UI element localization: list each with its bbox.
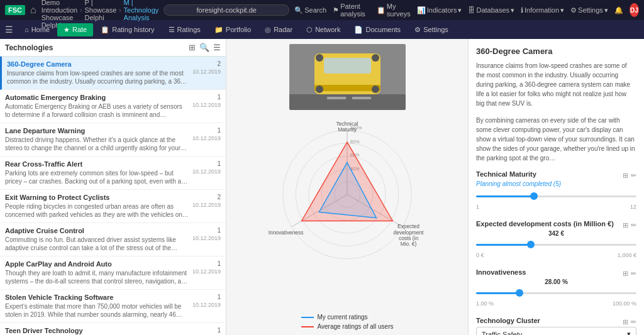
- legend-item-blue: My current ratings: [301, 314, 394, 321]
- svg-rect-1: [289, 94, 406, 110]
- tab-portfolio[interactable]: 📁 Portfolio: [208, 23, 257, 36]
- svg-point-8: [372, 85, 379, 93]
- breadcrumb-m[interactable]: M | Technology Analysis: [124, 0, 159, 21]
- edit-icon[interactable]: ✏: [631, 172, 636, 180]
- list-item[interactable]: Automatic Emergency Braking Automatic Em…: [0, 90, 226, 123]
- development-costs-section: Expected development costs (in Million €…: [476, 220, 636, 258]
- innov-fill: [476, 292, 519, 294]
- chevron-down-icon: ▾: [627, 330, 631, 335]
- innovativeness-label: Innovativeness: [476, 268, 526, 276]
- edit-icon-4[interactable]: ✏: [631, 318, 636, 326]
- edit-icon-2[interactable]: ✏: [631, 221, 636, 229]
- edit-icon-3[interactable]: ✏: [631, 270, 636, 278]
- grid-view-icon[interactable]: ⊞: [189, 43, 196, 52]
- indicators-action[interactable]: 📊 Indicators ▾: [417, 6, 462, 14]
- tech-item-desc: People riding bicycles in congested urba…: [5, 202, 189, 219]
- tech-item-name: Lane Departure Warning: [5, 127, 189, 135]
- tech-cluster-label: Technology Cluster: [476, 317, 540, 324]
- list-item[interactable]: Rear Cross-Traffic Alert Parking lots ar…: [0, 157, 226, 190]
- tab-rating-history[interactable]: 📋 Rating history: [94, 23, 160, 36]
- radar-svg: 100% 80% 60% 40% Technical Maturity I: [247, 110, 448, 273]
- hamburger-menu[interactable]: ☰: [5, 25, 13, 35]
- slider-thumb[interactable]: [530, 192, 538, 200]
- home-nav-icon[interactable]: ⌂: [30, 4, 36, 16]
- top-bar: FSC ⌂ W | FSC Demo Introduction Showcase…: [0, 0, 644, 20]
- dev-costs-fill: [476, 244, 531, 246]
- innov-min: 1.00 %: [476, 300, 494, 307]
- technical-maturity-slider[interactable]: [476, 190, 636, 202]
- table-icon-2[interactable]: ⊞: [623, 221, 628, 229]
- technical-maturity-label: Technical Maturity: [476, 170, 536, 178]
- dev-costs-thumb[interactable]: [527, 241, 535, 248]
- settings-action[interactable]: ⚙ Settings ▾: [570, 6, 608, 14]
- portfolio-icon: 📁: [214, 26, 223, 34]
- svg-text:80%: 80%: [350, 139, 360, 145]
- filter-icon[interactable]: ☰: [213, 43, 221, 52]
- avatar[interactable]: DJ: [630, 3, 639, 17]
- my-surveys-action[interactable]: 📋 My surveys: [377, 3, 411, 18]
- car-image: [289, 44, 406, 110]
- url-bar[interactable]: foresight-cockpit.de: [164, 4, 289, 16]
- list-item[interactable]: 360-Degree Camera Insurance claims from …: [0, 57, 226, 90]
- breadcrumb-p[interactable]: P | Showcase Delphi: [85, 0, 117, 21]
- tech-item-name: Automatic Emergency Braking: [5, 94, 189, 101]
- dev-costs-slider[interactable]: [476, 238, 636, 251]
- innovativeness-slider[interactable]: [476, 287, 636, 299]
- table-icon-4[interactable]: ⊞: [623, 318, 628, 326]
- technical-maturity-sublabel: Planning almost completed (5): [476, 180, 636, 187]
- list-item[interactable]: Stolen Vehicle Tracking Software Expert'…: [0, 290, 226, 323]
- tech-cluster-dropdown[interactable]: Traffic Safety ▾: [476, 327, 636, 335]
- patent-analysis-action[interactable]: ⚑ Patent analysis: [333, 3, 370, 18]
- tab-radar[interactable]: ◎ Radar: [258, 23, 299, 36]
- tab-ratings[interactable]: ☰ Ratings: [162, 23, 207, 36]
- innov-thumb[interactable]: [516, 289, 523, 297]
- tech-item-desc: Distracted driving happens. Whether it's…: [5, 136, 189, 152]
- ratings-icon: ☰: [169, 26, 175, 34]
- settings-tab-icon: ⚙: [414, 26, 421, 34]
- list-item[interactable]: Lane Departure Warning Distracted drivin…: [0, 123, 226, 157]
- notifications-icon[interactable]: 🔔: [614, 6, 623, 14]
- tab-documents[interactable]: 📄 Documents: [348, 23, 407, 36]
- dev-costs-min: 0 €: [476, 252, 484, 258]
- list-item[interactable]: Apple CarPlay and Android Auto Though th…: [0, 256, 226, 290]
- tech-item-name: Exit Warning to Protect Cyclists: [5, 194, 189, 201]
- tab-network[interactable]: ⬡ Network: [300, 23, 347, 36]
- dev-costs-label: Expected development costs (in Million €…: [476, 220, 614, 228]
- databases-action[interactable]: 🗄 Databases ▾: [468, 6, 514, 14]
- tab-home[interactable]: ⌂ Home: [18, 23, 56, 36]
- innovativeness-value: 28.00 %: [476, 278, 636, 285]
- search-action[interactable]: 🔍 Search: [294, 6, 326, 14]
- tab-rate[interactable]: ★ Rate: [57, 23, 93, 36]
- left-panel-actions: ⊞ 🔍 ☰: [189, 43, 221, 52]
- slider-min-label: 1: [476, 204, 479, 210]
- list-item[interactable]: Teen Driver Technology Handing over the …: [0, 323, 226, 335]
- svg-text:Maturity: Maturity: [338, 126, 357, 133]
- table-icon-3[interactable]: ⊞: [623, 270, 628, 278]
- table-icon[interactable]: ⊞: [623, 172, 628, 180]
- svg-rect-3: [352, 97, 371, 99]
- svg-rect-2: [327, 97, 346, 99]
- list-item[interactable]: Adaptive Cruise Control Commuting is no …: [0, 223, 226, 256]
- information-action[interactable]: ℹ Information ▾: [521, 6, 564, 14]
- legend-blue-label: My current ratings: [318, 314, 368, 321]
- tech-item-name: Stolen Vehicle Tracking Software: [5, 294, 189, 301]
- home-tab-icon: ⌂: [25, 26, 29, 33]
- fsc-logo: FSC: [5, 5, 25, 15]
- innov-max: 100.00 %: [613, 300, 636, 307]
- tech-item-meta: 2 10.12.2019: [192, 60, 221, 75]
- documents-icon: 📄: [354, 26, 363, 34]
- detail-title: 360-Degree Camera: [476, 47, 636, 56]
- search-list-icon[interactable]: 🔍: [199, 43, 209, 52]
- left-panel: Technologies ⊞ 🔍 ☰ 360-Degree Camera Ins…: [0, 39, 226, 335]
- network-icon: ⬡: [306, 26, 313, 34]
- tech-cluster-section: Technology Cluster ⊞ ✏ Traffic Safety ▾: [476, 317, 636, 335]
- legend-item-red: Average ratings of all users: [301, 323, 394, 330]
- slider-track: [476, 195, 636, 197]
- tech-item-desc: Expert's estimate that more than 750,000…: [5, 302, 189, 319]
- list-item[interactable]: Exit Warning to Protect Cyclists People …: [0, 190, 226, 223]
- technical-maturity-section: Technical Maturity ⊞ ✏ Planning almost c…: [476, 170, 636, 210]
- slider-fill: [476, 195, 534, 197]
- tab-settings[interactable]: ⚙ Settings: [408, 23, 455, 36]
- tech-description-1: Insurance claims from low-speed crashes …: [476, 61, 636, 108]
- svg-rect-6: [314, 85, 380, 91]
